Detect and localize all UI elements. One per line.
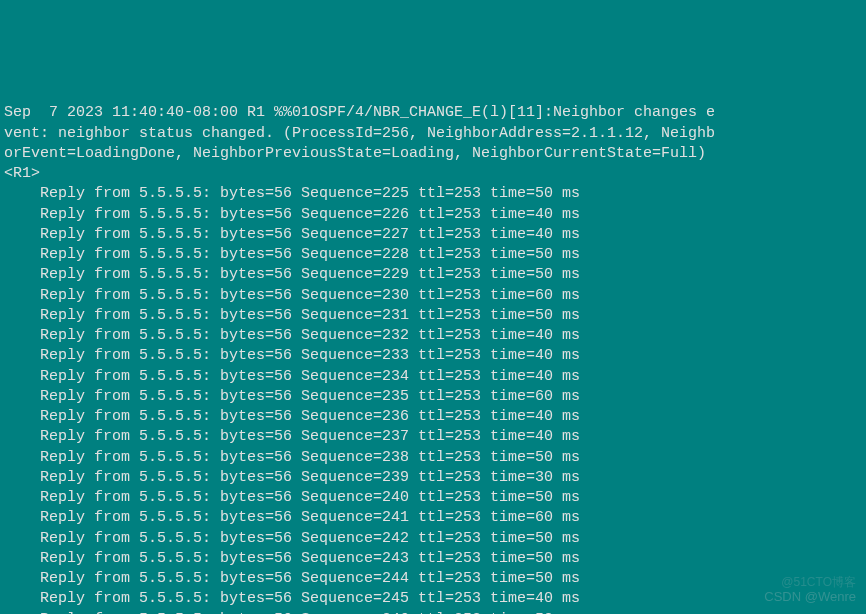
ping-reply-line: Reply from 5.5.5.5: bytes=56 Sequence=24… [4,610,862,615]
ping-reply-line: Reply from 5.5.5.5: bytes=56 Sequence=24… [4,529,862,549]
ping-reply-line: Reply from 5.5.5.5: bytes=56 Sequence=23… [4,448,862,468]
ping-reply-line: Reply from 5.5.5.5: bytes=56 Sequence=22… [4,265,862,285]
terminal-output: Sep 7 2023 11:40:40-08:00 R1 %%01OSPF/4/… [4,83,862,614]
ping-reply-line: Reply from 5.5.5.5: bytes=56 Sequence=24… [4,589,862,609]
router-prompt[interactable]: <R1> [4,164,862,184]
watermark-bottom: CSDN @Wenre [764,588,856,606]
ping-reply-line: Reply from 5.5.5.5: bytes=56 Sequence=24… [4,569,862,589]
ping-reply-line: Reply from 5.5.5.5: bytes=56 Sequence=23… [4,346,862,366]
ping-reply-line: Reply from 5.5.5.5: bytes=56 Sequence=23… [4,407,862,427]
ping-reply-line: Reply from 5.5.5.5: bytes=56 Sequence=23… [4,367,862,387]
ping-reply-line: Reply from 5.5.5.5: bytes=56 Sequence=22… [4,205,862,225]
ping-reply-line: Reply from 5.5.5.5: bytes=56 Sequence=22… [4,245,862,265]
ospf-log-line-2: vent: neighbor status changed. (ProcessI… [4,124,862,144]
ping-reply-line: Reply from 5.5.5.5: bytes=56 Sequence=22… [4,184,862,204]
ping-reply-line: Reply from 5.5.5.5: bytes=56 Sequence=24… [4,549,862,569]
ping-reply-line: Reply from 5.5.5.5: bytes=56 Sequence=24… [4,508,862,528]
ospf-log-line-3: orEvent=LoadingDone, NeighborPreviousSta… [4,144,862,164]
ping-replies: Reply from 5.5.5.5: bytes=56 Sequence=22… [4,184,862,614]
ping-reply-line: Reply from 5.5.5.5: bytes=56 Sequence=23… [4,387,862,407]
ping-reply-line: Reply from 5.5.5.5: bytes=56 Sequence=23… [4,306,862,326]
ping-reply-line: Reply from 5.5.5.5: bytes=56 Sequence=23… [4,326,862,346]
ospf-log-line-1: Sep 7 2023 11:40:40-08:00 R1 %%01OSPF/4/… [4,103,862,123]
ping-reply-line: Reply from 5.5.5.5: bytes=56 Sequence=23… [4,427,862,447]
ping-reply-line: Reply from 5.5.5.5: bytes=56 Sequence=22… [4,225,862,245]
ping-reply-line: Reply from 5.5.5.5: bytes=56 Sequence=24… [4,488,862,508]
ping-reply-line: Reply from 5.5.5.5: bytes=56 Sequence=23… [4,286,862,306]
ping-reply-line: Reply from 5.5.5.5: bytes=56 Sequence=23… [4,468,862,488]
